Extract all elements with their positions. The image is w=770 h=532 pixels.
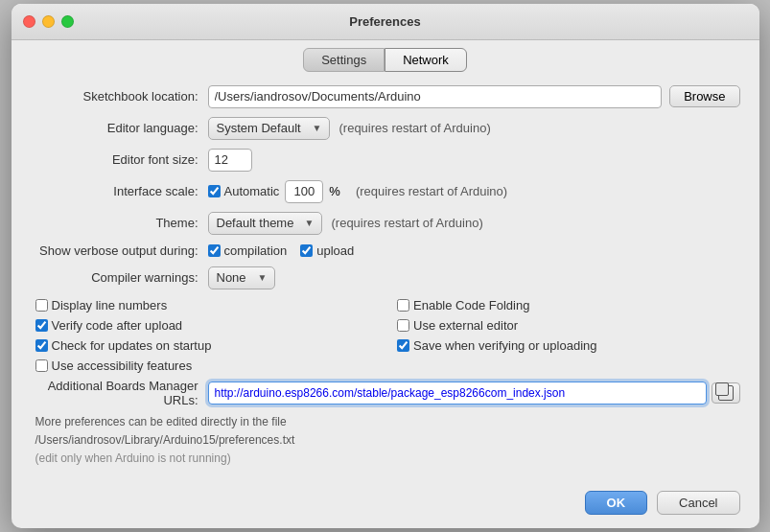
use-external-editor-label[interactable]: Use external editor (397, 318, 740, 333)
editor-language-label: Editor language: (31, 121, 208, 135)
browse-button[interactable]: Browse (669, 85, 739, 107)
verbose-controls: compilation upload (208, 243, 355, 258)
editor-language-select-wrap: System Default ▼ (208, 117, 330, 140)
close-button[interactable] (23, 15, 35, 28)
compiler-warnings-label: Compiler warnings: (31, 270, 208, 285)
compiler-warnings-select[interactable]: None (208, 266, 275, 289)
editor-language-hint: (requires restart of Arduino) (339, 121, 491, 135)
verify-code-checkbox[interactable] (35, 319, 48, 332)
checkboxes-grid: Display line numbers Enable Code Folding… (31, 298, 740, 373)
save-verifying-label[interactable]: Save when verifying or uploading (397, 338, 740, 353)
display-line-numbers-label[interactable]: Display line numbers (35, 298, 379, 312)
verbose-compilation-checkbox[interactable] (208, 244, 221, 257)
file-hint-line3: (edit only when Arduino is not running) (35, 450, 740, 468)
editor-font-row: Editor font size: (31, 149, 740, 172)
interface-scale-row: Interface scale: Automatic % (requires r… (31, 180, 740, 203)
interface-scale-label: Interface scale: (31, 184, 208, 198)
cancel-button[interactable]: Cancel (657, 491, 739, 515)
use-accessibility-text: Use accessibility features (52, 359, 193, 373)
sketchbook-label: Sketchbook location: (31, 89, 208, 104)
maximize-button[interactable] (61, 15, 74, 28)
verbose-compilation-label[interactable]: compilation (208, 243, 288, 258)
display-line-numbers-text: Display line numbers (52, 298, 168, 312)
save-verifying-text: Save when verifying or uploading (413, 338, 597, 353)
sketchbook-row: Sketchbook location: Browse (31, 85, 740, 108)
theme-row: Theme: Default theme ▼ (requires restart… (31, 212, 740, 235)
verify-code-text: Verify code after upload (52, 318, 183, 333)
scale-hint: (requires restart of Arduino) (356, 184, 507, 198)
compiler-warnings-row: Compiler warnings: None ▼ (31, 266, 740, 289)
editor-language-row: Editor language: System Default ▼ (requi… (31, 117, 740, 140)
auto-scale-checkbox[interactable] (208, 185, 221, 197)
auto-scale-text: Automatic (224, 184, 280, 198)
use-accessibility-checkbox[interactable] (35, 359, 48, 372)
save-verifying-checkbox[interactable] (397, 339, 409, 352)
check-updates-label[interactable]: Check for updates on startup (35, 338, 379, 353)
window-title: Preferences (349, 14, 420, 29)
use-external-editor-checkbox[interactable] (397, 319, 409, 332)
file-hints: More preferences can be edited directly … (31, 413, 740, 469)
sketchbook-input-row: Browse (208, 85, 740, 108)
file-hint-line1: More preferences can be edited directly … (35, 413, 740, 431)
tab-settings[interactable]: Settings (303, 48, 385, 72)
use-accessibility-label[interactable]: Use accessibility features (35, 359, 379, 373)
traffic-lights (23, 15, 74, 28)
urls-input[interactable] (208, 382, 707, 405)
check-updates-text: Check for updates on startup (52, 338, 212, 353)
theme-select[interactable]: Default theme (208, 212, 322, 235)
preferences-window: Preferences Settings Network Sketchbook … (12, 4, 759, 529)
verbose-label: Show verbose output during: (31, 243, 208, 258)
scale-controls: Automatic % (requires restart of Arduino… (208, 180, 508, 203)
sketchbook-path-input[interactable] (208, 85, 663, 108)
theme-select-wrap: Default theme ▼ (208, 212, 322, 235)
enable-code-folding-checkbox[interactable] (397, 299, 409, 312)
settings-content: Sketchbook location: Browse Editor langu… (12, 72, 759, 484)
check-updates-checkbox[interactable] (35, 339, 48, 352)
verbose-upload-checkbox[interactable] (300, 244, 313, 257)
urls-label: Additional Boards Manager URLs: (31, 379, 208, 407)
verify-code-label[interactable]: Verify code after upload (35, 318, 379, 333)
theme-label: Theme: (31, 216, 208, 230)
tabs-bar: Settings Network (12, 40, 759, 72)
enable-code-folding-label[interactable]: Enable Code Folding (397, 298, 740, 312)
copy-url-button[interactable] (712, 382, 740, 404)
file-hint-line2: /Users/iandrosov/Library/Arduino15/prefe… (35, 431, 740, 450)
verbose-compilation-text: compilation (224, 243, 288, 258)
titlebar: Preferences (12, 4, 759, 40)
verbose-upload-text: upload (316, 243, 354, 258)
verbose-row: Show verbose output during: compilation … (31, 243, 740, 258)
minimize-button[interactable] (42, 15, 55, 28)
enable-code-folding-text: Enable Code Folding (413, 298, 529, 312)
display-line-numbers-checkbox[interactable] (35, 299, 48, 312)
tab-network[interactable]: Network (385, 48, 467, 72)
copy-icon (718, 385, 734, 401)
ok-button[interactable]: OK (585, 491, 648, 515)
editor-language-select[interactable]: System Default (208, 117, 330, 140)
bottom-bar: OK Cancel (12, 483, 759, 528)
editor-font-label: Editor font size: (31, 152, 208, 167)
compiler-warnings-select-wrap: None ▼ (208, 266, 275, 289)
scale-value-input[interactable] (285, 180, 323, 203)
theme-hint: (requires restart of Arduino) (332, 216, 483, 230)
percent-sign: % (329, 184, 340, 198)
auto-scale-label[interactable]: Automatic (208, 184, 280, 198)
urls-row: Additional Boards Manager URLs: (31, 379, 740, 407)
verbose-upload-label[interactable]: upload (300, 243, 354, 258)
editor-font-input[interactable] (208, 149, 252, 172)
use-external-editor-text: Use external editor (413, 318, 518, 333)
